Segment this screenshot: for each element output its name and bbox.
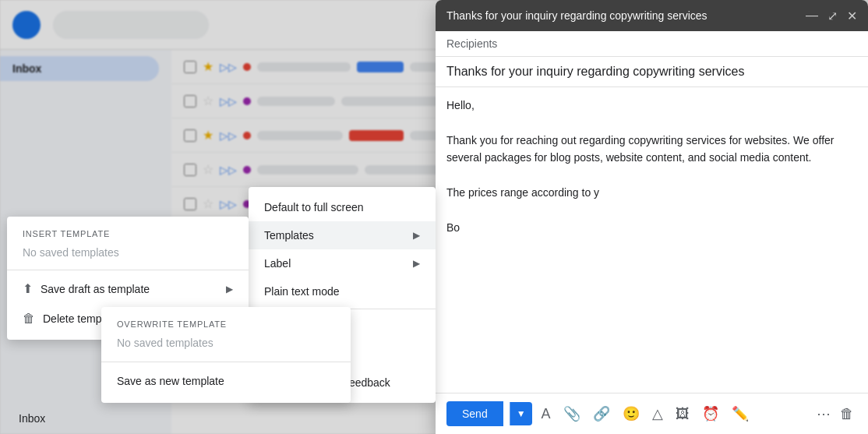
send-button[interactable]: Send	[446, 401, 503, 426]
attach-button[interactable]: 📎	[560, 402, 584, 425]
body-line1: Thank you for reaching out regarding cop…	[446, 132, 857, 167]
body-line2: The prices range according to y	[446, 184, 857, 201]
send-arrow-button[interactable]: ▼	[510, 402, 532, 425]
email-tag-red	[349, 130, 404, 141]
reply-icon: ▷▷	[220, 95, 237, 108]
compose-body: Recipients Thanks for your inquiry regar…	[436, 31, 868, 393]
compose-content[interactable]: Hello, Thank you for reaching out regard…	[436, 87, 868, 393]
compose-header-icons: — ⤢ ✕	[806, 9, 857, 23]
star-icon: ☆	[203, 94, 213, 108]
overwrite-template-label: OVERWRITE TEMPLATE	[101, 313, 351, 332]
ctx-templates-label: Templates	[264, 229, 314, 242]
pencil-button[interactable]: ✏️	[729, 402, 752, 425]
clock-button[interactable]: ⏰	[699, 402, 722, 425]
compose-title: Thanks for your inquiry regarding copywr…	[446, 9, 707, 22]
ctx-default-fullscreen[interactable]: Default to full screen	[249, 193, 436, 221]
sender-text	[257, 131, 343, 140]
link-button[interactable]: 🔗	[590, 402, 613, 425]
star-icon: ☆	[203, 162, 213, 177]
save-as-new-template-btn[interactable]: Save as new template	[101, 365, 351, 397]
save-draft-label: Save draft as template	[41, 283, 150, 295]
status-dot	[243, 97, 251, 105]
row-checkbox[interactable]	[184, 61, 196, 73]
body-line3: Bo	[446, 219, 857, 236]
compose-window: Thanks for your inquiry regarding copywr…	[436, 0, 868, 434]
status-dot	[243, 166, 251, 174]
save-draft-as-template[interactable]: ⬆ Save draft as template ▶	[7, 273, 249, 304]
drive-button[interactable]: △	[649, 402, 666, 425]
overwrite-divider	[101, 362, 351, 362]
chevron-right-icon: ▶	[413, 258, 420, 269]
compose-footer: Send ▼ A 📎 🔗 🙂 △ 🖼 ⏰ ✏️ ⋯ 🗑	[436, 393, 868, 434]
subject-field[interactable]: Thanks for your inquiry regarding copywr…	[436, 57, 868, 87]
star-icon: ☆	[203, 196, 213, 211]
upload-icon: ⬆	[23, 281, 33, 296]
search-bar-bg	[53, 11, 209, 39]
reply-icon: ▷▷	[220, 61, 237, 73]
reply-icon: ▷▷	[220, 164, 237, 176]
star-icon: ★	[203, 59, 213, 74]
ctx-label-label: Label	[264, 257, 291, 270]
sender-text	[257, 165, 358, 175]
ctx-plain-text-label: Plain text mode	[264, 285, 340, 298]
close-icon[interactable]: ✕	[847, 9, 857, 23]
trash-icon: 🗑	[23, 312, 35, 326]
row-checkbox[interactable]	[184, 129, 196, 142]
fullscreen-icon[interactable]: ⤢	[827, 9, 838, 23]
status-dot	[243, 63, 251, 71]
compose-header: Thanks for your inquiry regarding copywr…	[436, 0, 868, 31]
minimize-icon[interactable]: —	[806, 9, 818, 23]
chevron-right-icon: ▶	[413, 230, 420, 241]
format-button[interactable]: A	[538, 403, 554, 425]
more-button[interactable]: ⋯	[817, 405, 831, 422]
insert-no-saved: No saved templates	[7, 242, 249, 266]
row-checkbox[interactable]	[184, 164, 196, 176]
ctx-plain-text[interactable]: Plain text mode	[249, 277, 436, 305]
reply-icon: ▷▷	[220, 129, 237, 142]
overwrite-submenu: OVERWRITE TEMPLATE No saved templates Sa…	[101, 307, 351, 403]
reply-icon: ▷▷	[220, 198, 237, 210]
ctx-label[interactable]: Label ▶	[249, 249, 436, 277]
row-checkbox[interactable]	[184, 95, 196, 108]
emoji-button[interactable]: 🙂	[619, 402, 643, 425]
chevron-right-icon: ▶	[226, 284, 233, 295]
submenu-divider	[7, 270, 249, 270]
save-draft-item-left: ⬆ Save draft as template	[23, 281, 150, 296]
photo-button[interactable]: 🖼	[672, 403, 693, 425]
email-tag	[357, 62, 404, 72]
ctx-default-fullscreen-label: Default to full screen	[264, 201, 364, 213]
ctx-templates[interactable]: Templates ▶	[249, 221, 436, 249]
inbox-sidebar-label: Inbox	[0, 56, 159, 81]
sender-text	[257, 97, 335, 106]
row-checkbox[interactable]	[184, 198, 196, 210]
body-greeting: Hello,	[446, 97, 857, 114]
recipients-field[interactable]: Recipients	[436, 31, 868, 57]
overwrite-no-saved: No saved templates	[101, 332, 351, 358]
inbox-bottom-label: Inbox	[19, 412, 45, 425]
delete-button[interactable]: 🗑	[837, 403, 857, 425]
app-logo	[12, 11, 41, 39]
status-dot	[243, 132, 251, 139]
sender-text	[257, 62, 351, 72]
insert-template-label: INSERT TEMPLATE	[7, 223, 249, 242]
star-icon: ★	[203, 128, 213, 143]
